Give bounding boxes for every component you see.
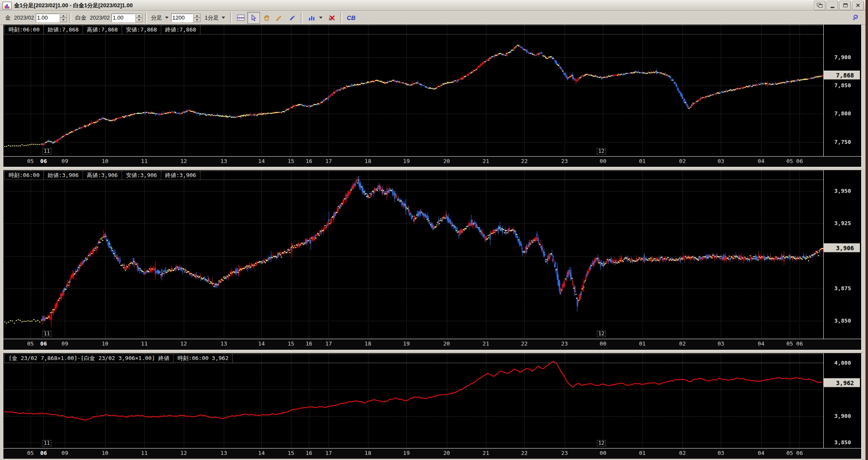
time-axis-label: 09 — [62, 158, 69, 164]
price-axis-label: 3,950 — [826, 188, 851, 194]
time-axis-label: 10 — [102, 158, 108, 164]
separator — [301, 13, 303, 23]
time-axis-label: 05 — [786, 450, 793, 456]
pan-hand-button[interactable] — [260, 12, 273, 24]
time-axis-label: 12 — [180, 158, 187, 164]
current-price-tag: 3,906 — [823, 243, 860, 252]
price-axis-label: 3,875 — [826, 285, 851, 291]
time-axis-label: 04 — [758, 158, 765, 164]
platinum-multiplier-input[interactable] — [111, 14, 135, 22]
close-icon: × — [856, 3, 860, 9]
workspace-edge — [865, 0, 868, 460]
day-label: 12 — [597, 148, 605, 154]
platinum-panel: 1112時刻:06:00始値:3,906高値:3,906安値:3,906終値:3… — [3, 170, 862, 350]
time-axis-label: 14 — [258, 158, 265, 164]
time-axis-label: 19 — [403, 450, 410, 456]
separator — [69, 13, 71, 23]
gold-contract-label: 2023/02 — [14, 14, 34, 21]
time-axis-label: 16 — [306, 450, 312, 456]
time-axis-label: 17 — [325, 450, 332, 456]
time-axis-label: 05 — [27, 158, 34, 164]
chevron-down-icon[interactable] — [319, 17, 323, 19]
time-axis-label: 02 — [679, 158, 686, 164]
time-axis-label: 15 — [288, 450, 294, 456]
time-axis-label: 20 — [443, 158, 450, 164]
platinum-plot-area[interactable] — [4, 170, 824, 339]
price-axis-label: 7,850 — [826, 82, 851, 89]
time-axis-label: 10 — [102, 340, 108, 347]
bar-type-dropdown[interactable]: 分足 — [151, 14, 162, 22]
time-axis-label: 09 — [62, 450, 69, 456]
time-axis-label: 01 — [639, 340, 646, 347]
delete-chart-icon — [328, 14, 335, 21]
time-axis-label: 22 — [521, 450, 528, 456]
time-axis-label: 17 — [325, 340, 332, 347]
status-field: 安値:7,868 — [122, 26, 161, 34]
draw-pen-button[interactable] — [286, 12, 298, 24]
panel-splitter[interactable] — [3, 167, 862, 170]
time-axis-label: 18 — [365, 340, 371, 347]
current-price-tag: 3,962 — [823, 378, 860, 387]
time-axis-label: 02 — [679, 340, 686, 347]
status-field: 始値:7,868 — [44, 26, 83, 34]
status-field: 始値:3,906 — [44, 171, 83, 180]
time-axis-label: 05 — [786, 340, 793, 347]
bar-count-spinner[interactable] — [194, 14, 200, 22]
gold-multiplier-spinner[interactable] — [60, 14, 67, 22]
panel-splitter[interactable] — [3, 350, 862, 353]
current-price-tag: 7,868 — [823, 71, 860, 80]
time-axis-label: 20 — [443, 450, 450, 456]
spread-panel: 1112[金 23/02 7,868×1.00]-[白金 23/02 3,906… — [3, 353, 862, 459]
time-axis-label: 13 — [220, 158, 227, 164]
time-axis-label: 23 — [561, 158, 568, 164]
day-label: 11 — [43, 148, 51, 154]
chart-type-button[interactable] — [305, 12, 318, 24]
time-axis-label: 22 — [521, 158, 528, 164]
title-bar: 金1分足[2023/02]1.00 - 白金1分足[2023/02]1.00 × — [0, 0, 865, 11]
minimize-button[interactable] — [827, 1, 838, 10]
gold-panel: 1112時刻:06:00始値:7,868高値:7,868安値:7,868終値:7… — [3, 25, 862, 167]
gold-plot-area[interactable] — [4, 25, 824, 157]
price-axis-label: 3,850 — [826, 439, 851, 446]
pen-icon — [288, 14, 295, 21]
gold-multiplier-input[interactable] — [36, 14, 60, 22]
maximize-icon — [843, 3, 848, 7]
status-field: 終値:3,906 — [161, 171, 200, 180]
platinum-multiplier-spinner[interactable] — [136, 14, 143, 22]
bar-count-input[interactable] — [171, 14, 193, 22]
time-axis-label: 00 — [600, 450, 606, 456]
time-axis-label: 06 — [40, 340, 47, 347]
chart-settings-icon — [237, 14, 245, 21]
time-axis-label: 21 — [483, 450, 489, 456]
spread-plot-area[interactable] — [4, 353, 824, 449]
close-button[interactable]: × — [852, 1, 864, 10]
price-axis-label: 7,750 — [826, 139, 851, 145]
time-axis-label: 06 — [796, 340, 803, 347]
price-axis-label: 3,900 — [826, 413, 851, 419]
cascade-windows-button[interactable] — [814, 1, 825, 10]
status-field: 時刻:06:00 — [4, 26, 44, 34]
time-axis-label: 03 — [718, 158, 725, 164]
time-axis-label: 03 — [718, 450, 725, 456]
reload-button[interactable]: CB — [345, 12, 357, 24]
cursor-select-button[interactable] — [247, 12, 260, 24]
charts-area: 1112時刻:06:00始値:7,868高値:7,868安値:7,868終値:7… — [3, 25, 862, 459]
time-axis-label: 22 — [521, 340, 528, 347]
chart-settings-button[interactable] — [234, 12, 247, 24]
maximize-button[interactable] — [839, 1, 851, 10]
time-axis-label: 21 — [483, 158, 489, 164]
time-axis-label: 05 — [27, 450, 34, 456]
delete-drawings-button[interactable] — [325, 12, 338, 24]
reload-icon: CB — [347, 14, 355, 21]
day-label: 11 — [43, 440, 51, 446]
status-field: 時刻:06:00 — [4, 171, 44, 180]
time-axis-label: 06 — [40, 158, 47, 164]
time-axis-label: 18 — [365, 158, 371, 164]
interval-dropdown[interactable]: 1分足 — [205, 14, 219, 22]
draw-line-button[interactable] — [273, 12, 286, 24]
minimize-icon — [831, 7, 834, 8]
time-axis: 0506091011121314151617181920212223000102… — [3, 448, 861, 459]
chart-options-button[interactable] — [848, 12, 861, 24]
day-label: 12 — [597, 331, 605, 337]
price-axis-label: 3,925 — [826, 220, 851, 226]
